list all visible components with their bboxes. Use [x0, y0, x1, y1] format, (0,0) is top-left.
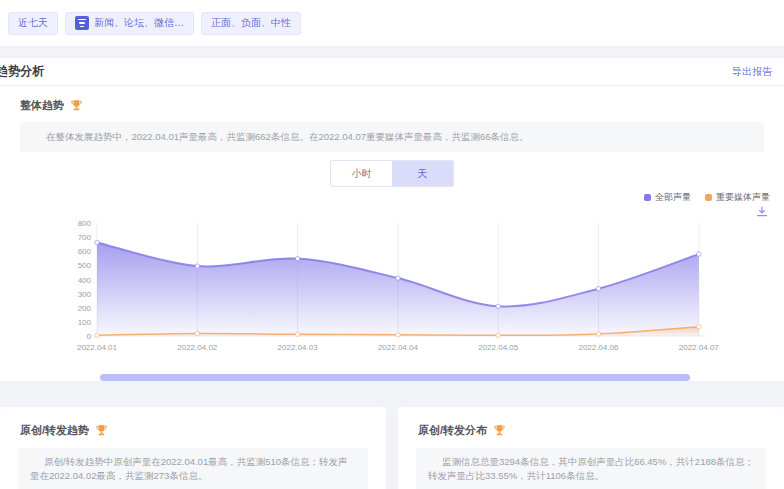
- bottom-cards: 原创/转发趋势 原创/转发趋势中原创声量在2022.04.01最高，共监测510…: [0, 407, 784, 489]
- y-tick-label: 800: [78, 219, 92, 228]
- trend-area-chart: 01002003004005006007008002022.04.012022.…: [0, 203, 784, 358]
- original-repost-distribution-card: 原创/转发分布 监测信息总量3294条信息，其中原创声量占比66.45%，共计2…: [398, 407, 784, 489]
- toggle-option-hour[interactable]: 小时: [331, 161, 392, 186]
- card-header: 原创/转发趋势: [20, 423, 386, 438]
- data-point-marker: [95, 240, 99, 244]
- data-point-marker: [697, 324, 701, 328]
- save-as-image-icon[interactable]: [756, 206, 768, 218]
- legend-label-total: 全部声量: [655, 191, 691, 204]
- chart-datazoom-slider[interactable]: [100, 374, 690, 381]
- data-point-marker: [697, 252, 701, 256]
- y-tick-label: 600: [78, 247, 92, 256]
- overall-trend-section-header: 整体趋势: [20, 98, 784, 113]
- panel-header: 趋势分析 导出报告: [0, 58, 784, 86]
- page-title: 趋势分析: [0, 63, 44, 80]
- date-range-chip[interactable]: 近七天: [8, 12, 58, 35]
- data-point-marker: [295, 332, 299, 336]
- legend-swatch-total: [644, 194, 651, 201]
- original-repost-trend-card: 原创/转发趋势 原创/转发趋势中原创声量在2022.04.01最高，共监测510…: [0, 407, 386, 489]
- original-repost-trend-title: 原创/转发趋势: [20, 423, 89, 438]
- data-point-marker: [496, 333, 500, 337]
- source-filter-label: 新闻、论坛、微信…: [94, 16, 184, 30]
- y-tick-label: 0: [87, 332, 92, 341]
- original-repost-distribution-summary: 监测信息总量3294条信息，其中原创声量占比66.45%，共计2188条信息；转…: [416, 448, 766, 489]
- card-header: 原创/转发分布: [418, 423, 784, 438]
- y-tick-label: 200: [78, 304, 92, 313]
- x-tick-label: 2022.04.03: [278, 343, 319, 352]
- data-point-marker: [496, 304, 500, 308]
- data-point-marker: [195, 264, 199, 268]
- sentiment-filter-label: 正面、负面、中性: [211, 16, 291, 30]
- original-repost-trend-summary: 原创/转发趋势中原创声量在2022.04.01最高，共监测510条信息；转发声量…: [18, 448, 368, 489]
- award-icon: [70, 99, 83, 112]
- granularity-toggle: 小时 天: [330, 160, 454, 187]
- data-point-marker: [195, 331, 199, 335]
- legend-item-media-volume[interactable]: 重要媒体声量: [705, 191, 770, 204]
- toggle-option-day[interactable]: 天: [392, 161, 453, 186]
- award-icon: [493, 424, 506, 437]
- y-tick-label: 500: [78, 261, 92, 270]
- source-filter-icon: [75, 16, 89, 30]
- x-tick-label: 2022.04.05: [478, 343, 519, 352]
- award-icon: [95, 424, 108, 437]
- chart-legend: 全部声量 重要媒体声量: [644, 191, 770, 204]
- y-tick-label: 300: [78, 289, 92, 298]
- data-point-marker: [95, 333, 99, 337]
- data-point-marker: [396, 332, 400, 336]
- data-point-marker: [396, 276, 400, 280]
- overall-trend-title: 整体趋势: [20, 98, 64, 113]
- y-tick-label: 100: [78, 318, 92, 327]
- legend-label-media: 重要媒体声量: [716, 191, 770, 204]
- sentiment-filter-chip[interactable]: 正面、负面、中性: [201, 12, 301, 35]
- x-tick-label: 2022.04.04: [378, 343, 419, 352]
- filter-toolbar: 近七天 新闻、论坛、微信… 正面、负面、中性: [0, 0, 784, 46]
- x-tick-label: 2022.04.02: [177, 343, 218, 352]
- data-point-marker: [295, 256, 299, 260]
- overall-trend-summary: 在整体发展趋势中，2022.04.01声量最高，共监测662条信息。在2022.…: [20, 122, 764, 152]
- original-repost-distribution-title: 原创/转发分布: [418, 423, 487, 438]
- y-tick-label: 400: [78, 275, 92, 284]
- x-tick-label: 2022.04.07: [679, 343, 720, 352]
- legend-item-total-volume[interactable]: 全部声量: [644, 191, 691, 204]
- x-tick-label: 2022.04.01: [77, 343, 118, 352]
- source-filter-chip[interactable]: 新闻、论坛、微信…: [65, 12, 194, 35]
- export-report-link[interactable]: 导出报告: [732, 65, 772, 79]
- data-point-marker: [596, 286, 600, 290]
- x-tick-label: 2022.04.06: [578, 343, 619, 352]
- y-tick-label: 700: [78, 233, 92, 242]
- legend-swatch-media: [705, 194, 712, 201]
- data-point-marker: [596, 331, 600, 335]
- trend-analysis-panel: 趋势分析 导出报告 整体趋势 在整体发展趋势中，2022.04.01声量最高，共…: [0, 58, 784, 381]
- trend-chart-area: 全部声量 重要媒体声量 0100200300400500600700800202…: [0, 203, 784, 381]
- date-range-label: 近七天: [18, 16, 48, 30]
